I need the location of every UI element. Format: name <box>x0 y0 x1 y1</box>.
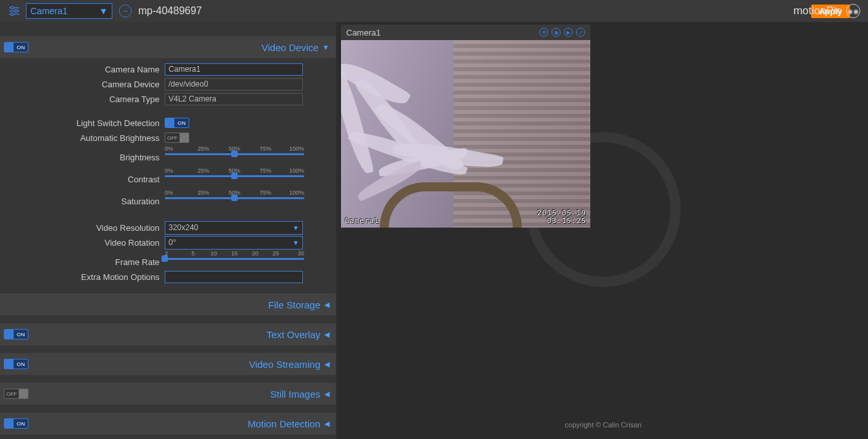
hostname-label: mp-40489697 <box>138 5 202 17</box>
section-title: Video Streaming <box>249 359 320 370</box>
chevron-left-icon: ◀ <box>324 330 329 339</box>
chevron-left-icon: ◀ <box>324 360 329 369</box>
video-device-toggle[interactable] <box>4 42 28 52</box>
contrast-label: Contrast <box>0 167 165 184</box>
camera-preview-header: Camera1 ⚙ ◉ ▶ ⤢ <box>341 25 590 40</box>
owl-icon: ◉◉ <box>846 4 860 18</box>
framerate-label: Frame Rate <box>0 250 165 267</box>
chevron-left-icon: ◀ <box>324 390 329 398</box>
section-title: Still Images <box>270 389 320 400</box>
osd-time: 03:15:25 <box>547 217 586 225</box>
section-title: Text Overlay <box>267 329 320 340</box>
section-title: Motion Detection <box>247 418 320 429</box>
rotation-label: Video Rotation <box>0 238 165 248</box>
svg-point-4 <box>15 10 17 12</box>
chevron-left-icon: ◀ <box>324 420 329 428</box>
motion-detection-toggle[interactable] <box>4 418 28 429</box>
framerate-ticks: 251015202530 <box>165 250 304 257</box>
brightness-slider[interactable] <box>165 153 304 155</box>
settings-icon[interactable]: ⚙ <box>539 28 548 37</box>
camera-preview-image[interactable]: Camera1 2015-05-19 03:15:25 <box>341 40 590 228</box>
framerate-slider[interactable] <box>165 258 304 260</box>
text-overlay-toggle[interactable] <box>4 329 28 339</box>
camera-name-input[interactable] <box>165 63 303 76</box>
play-icon[interactable]: ▶ <box>564 28 573 37</box>
footer-copyright: copyright © Calin Crisan <box>565 421 642 429</box>
section-video-streaming[interactable]: Video Streaming ◀ <box>0 353 336 375</box>
camera-preview-label: Camera1 <box>346 28 380 37</box>
still-images-toggle[interactable] <box>4 389 28 399</box>
settings-icon[interactable] <box>6 3 22 19</box>
chevron-down-icon: ▼ <box>293 224 299 231</box>
fullscreen-icon[interactable]: ⤢ <box>576 28 585 37</box>
resolution-label: Video Resolution <box>0 223 165 233</box>
section-motion-detection[interactable]: Motion Detection ◀ <box>0 412 336 434</box>
auto-brightness-toggle[interactable] <box>165 133 189 143</box>
auto-brightness-label: Automatic Brightness <box>0 133 165 143</box>
resolution-select[interactable]: 320x240▼ <box>165 221 303 235</box>
camera-device-field <box>165 78 303 91</box>
extra-options-input[interactable] <box>165 271 303 283</box>
svg-point-3 <box>11 6 14 9</box>
snapshot-icon[interactable]: ◉ <box>552 28 561 37</box>
chevron-down-icon: ▼ <box>293 239 299 246</box>
chevron-down-icon: ▼ <box>322 43 329 51</box>
contrast-slider[interactable] <box>165 175 304 177</box>
section-title: File Storage <box>268 299 320 310</box>
svg-point-5 <box>11 13 14 16</box>
section-file-storage[interactable]: File Storage ◀ <box>0 294 336 316</box>
remove-camera-button[interactable]: − <box>119 5 132 17</box>
camera-select-value: Camera1 <box>30 6 68 16</box>
camera-select[interactable]: Camera1 ▼ <box>26 3 112 19</box>
rotation-select[interactable]: 0°▼ <box>165 236 303 250</box>
light-switch-label: Light Switch Detection <box>0 118 165 128</box>
brightness-label: Brightness <box>0 145 165 162</box>
chevron-down-icon: ▼ <box>99 6 108 16</box>
video-streaming-toggle[interactable] <box>4 359 28 369</box>
section-video-device[interactable]: Video Device ▼ <box>0 36 336 58</box>
light-switch-toggle[interactable] <box>165 118 189 128</box>
saturation-slider[interactable] <box>165 197 304 199</box>
camera-type-field <box>165 93 303 105</box>
saturation-label: Saturation <box>0 189 165 206</box>
section-still-images[interactable]: Still Images ◀ <box>0 383 336 405</box>
chevron-left-icon: ◀ <box>324 301 329 309</box>
camera-device-label: Camera Device <box>0 80 165 89</box>
extra-options-label: Extra Motion Options <box>0 272 165 282</box>
camera-type-label: Camera Type <box>0 94 165 104</box>
section-title: Video Device <box>262 42 318 53</box>
section-text-overlay[interactable]: Text Overlay ◀ <box>0 323 336 345</box>
osd-camera-name: Camera1 <box>345 217 379 225</box>
camera-name-label: Camera Name <box>0 65 165 74</box>
brand-label: motionPie ◉◉ <box>793 4 860 18</box>
